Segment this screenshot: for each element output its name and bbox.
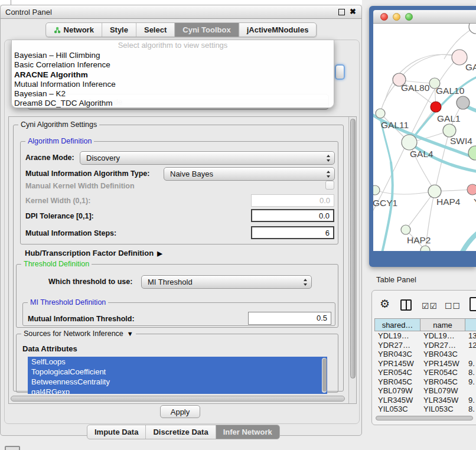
tab-style[interactable]: Style [102, 23, 136, 37]
unchecked-pair-icon[interactable]: ☐☐ [445, 301, 461, 311]
table-cell: YDR27… [420, 341, 465, 350]
node-label-hap2: HAP2 [407, 235, 431, 245]
which-threshold-value: MI Threshold [148, 278, 193, 286]
zoom-traffic-light-icon[interactable] [405, 13, 413, 21]
network-view-window[interactable]: GAL7GAL80GAL10GAL1GAL11SWI4GAL4GCY1HAP4Y… [369, 6, 476, 267]
tab-network[interactable]: Network [46, 23, 102, 37]
expand-right-icon: ▶ [157, 250, 162, 257]
network-edge [406, 191, 435, 230]
sources-title-text: Sources for Network Inference [24, 330, 123, 338]
sources-group-title[interactable]: Sources for Network Inference▼ [21, 330, 136, 338]
horizontal-scrollbar[interactable] [9, 395, 348, 403]
document-icon[interactable] [470, 297, 476, 311]
network-node-gal1[interactable] [443, 124, 456, 137]
scrollbar-thumb[interactable] [322, 358, 327, 392]
algorithm-item[interactable]: ARACNE Algorithm [12, 70, 334, 80]
network-window-titlebar[interactable] [373, 10, 476, 24]
threshold-definition-title: Threshold Definition [21, 260, 92, 268]
data-attributes-label: Data Attributes [22, 344, 77, 353]
tab-discretize-data[interactable]: Discretize Data [146, 425, 216, 439]
split-columns-icon[interactable] [400, 299, 412, 311]
manual-kernel-checkbox[interactable] [325, 181, 334, 190]
kernel-width-field[interactable]: 0.0 [251, 194, 334, 207]
table-row[interactable]: YBR043CYBR043C [374, 350, 476, 359]
table-row[interactable]: YER054CYER054C8. [374, 368, 476, 377]
attribute-item[interactable]: BetweennessCentrality [28, 377, 327, 387]
table-cell: YBR043C [420, 350, 465, 359]
float-window-icon[interactable] [338, 9, 345, 15]
network-node-y[interactable] [467, 184, 476, 195]
scrollbar-thumb[interactable] [11, 396, 345, 402]
attribute-item[interactable]: SelfLoops [28, 357, 327, 367]
table-cell [465, 350, 476, 359]
control-panel-titlebar[interactable]: Control Panel ✖ [1, 5, 361, 19]
minimize-traffic-light-icon[interactable] [393, 13, 400, 21]
mi-steps-field[interactable]: 6 [251, 226, 334, 239]
data-attributes-list[interactable]: SelfLoopsTopologicalCoefficientBetweenne… [28, 357, 327, 394]
column-header[interactable] [465, 318, 476, 331]
scrollbar-thumb[interactable] [350, 119, 356, 379]
app-root: Control Panel ✖ NetworkStyleSelectCyni T… [0, 0, 476, 450]
tab-infer-network[interactable]: Infer Network [216, 425, 279, 439]
mi-steps-label: Mutual Information Steps: [25, 229, 116, 237]
attributes-list-scrollbar[interactable] [322, 358, 327, 393]
kernel-width-label: Kernel Width (0,1): [25, 197, 90, 205]
mi-threshold-group-title: MI Threshold Definition [28, 298, 108, 306]
mi-type-value: Naive Bayes [170, 169, 213, 178]
table-row[interactable]: YBR045CYBR045C9. [374, 377, 476, 387]
node-label-gal7: GAL7 [465, 62, 476, 72]
network-node-swi4[interactable] [468, 146, 476, 160]
close-icon[interactable]: ✖ [350, 7, 356, 16]
dpi-tolerance-field[interactable]: 0.0 [251, 209, 334, 222]
table-row[interactable]: YDR27…YDR27…12 [374, 341, 476, 350]
algorithm-item[interactable]: Bayesian – Hill Climbing [12, 51, 334, 60]
mi-type-label: Mutual Information Algorithm Type: [25, 169, 149, 178]
aracne-mode-combo[interactable]: Discovery [80, 151, 335, 165]
table-horizontal-scrollbar[interactable] [376, 416, 473, 420]
network-node-gal11[interactable] [376, 109, 385, 118]
network-node-red-node[interactable] [431, 102, 441, 112]
algorithm-item[interactable]: Mutual Information Inference [12, 80, 334, 89]
algorithm-combo-fragment[interactable] [335, 64, 345, 80]
node-label-gal80: GAL80 [401, 83, 430, 93]
gear-icon[interactable]: ⚙ [380, 297, 390, 311]
tab-cyni-toolbox[interactable]: Cyni Toolbox [175, 23, 239, 37]
attribute-item[interactable]: TopologicalCoefficient [28, 367, 327, 377]
hub-definition-expander[interactable]: Hub/Transcription Factor Definition▶ [25, 249, 162, 257]
table-row[interactable]: YPR145WYPR145W9. [374, 359, 476, 369]
apply-button[interactable]: Apply [160, 405, 200, 418]
node-label-gal11: GAL11 [381, 120, 409, 130]
close-traffic-light-icon[interactable] [380, 13, 388, 21]
table-row[interactable]: YLR345WYLR345W9. [374, 396, 476, 405]
network-node-hap2[interactable] [401, 225, 410, 234]
attribute-item[interactable]: gal4RGexp [28, 387, 327, 394]
network-node-gray-node[interactable] [457, 96, 470, 109]
network-node-partial-top-node[interactable] [469, 24, 476, 34]
mi-type-combo[interactable]: Naive Bayes [164, 167, 335, 181]
combo-arrows-icon [304, 279, 308, 286]
table-body: YDL19…YDL19…13YDR27…YDR27…12YBR043CYBR04… [374, 331, 476, 414]
algorithm-item[interactable]: Bayesian – K2 [12, 89, 334, 99]
tab-jactivemnodules[interactable]: jActiveMNodules [239, 23, 317, 37]
which-threshold-combo[interactable]: MI Threshold [141, 275, 312, 289]
network-node-gal4[interactable] [402, 135, 417, 150]
network-edge [373, 57, 459, 219]
checked-pair-icon[interactable]: ☑☑ [422, 301, 438, 311]
table-row[interactable]: YIL053CYIL053C8. [374, 405, 476, 414]
tab-select[interactable]: Select [136, 23, 175, 37]
network-node-hap4[interactable] [428, 185, 441, 198]
table-row[interactable]: YDL19…YDL19…13 [374, 331, 476, 341]
column-header[interactable]: name [420, 318, 465, 331]
tab-impute-data[interactable]: Impute Data [87, 425, 146, 439]
table-cell: YBL079W [420, 386, 465, 396]
tab-label: jActiveMNodules [247, 25, 309, 34]
table-row[interactable]: YBL079WYBL079W [374, 386, 476, 396]
network-canvas[interactable]: GAL7GAL80GAL10GAL1GAL11SWI4GAL4GCY1HAP4Y… [373, 24, 476, 251]
network-node-gcy1[interactable] [373, 185, 380, 195]
mi-threshold-field[interactable]: 0.5 [248, 312, 331, 325]
table-cell: 13 [465, 331, 476, 341]
column-header[interactable]: shared… [374, 318, 420, 331]
algorithm-item[interactable]: Basic Correlation Inference [12, 60, 334, 70]
vertical-scrollbar[interactable] [348, 117, 356, 403]
algorithm-item[interactable]: Dream8 DC_TDC Algorithm [12, 99, 334, 108]
